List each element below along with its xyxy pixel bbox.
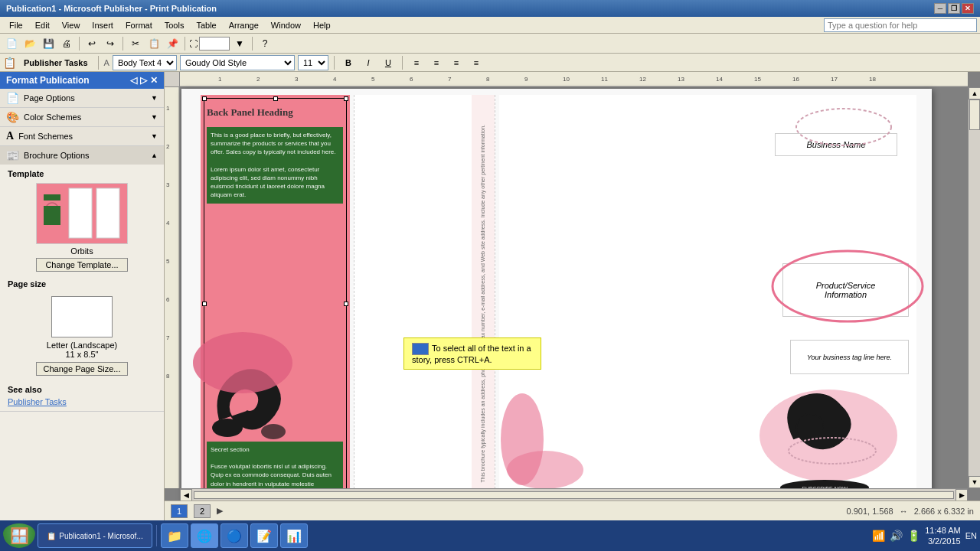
clock-display[interactable]: 11:48 AM 3/2/2015: [925, 525, 960, 547]
svg-rect-2: [96, 188, 119, 238]
underline-button[interactable]: U: [380, 55, 397, 70]
sidebar-title: Format Publication: [6, 75, 90, 86]
sep-align: [402, 56, 403, 70]
scroll-down-button[interactable]: ▼: [969, 476, 980, 488]
start-button[interactable]: 🪟: [3, 523, 35, 548]
change-template-button[interactable]: Change Template...: [36, 258, 128, 272]
save-button[interactable]: 💾: [40, 35, 57, 52]
taskbar-btn-chrome[interactable]: 🌐: [191, 523, 218, 548]
align-center-button[interactable]: ≡: [428, 55, 445, 70]
taskbar-btn-something[interactable]: 🔵: [220, 523, 248, 548]
sidebar: Format Publication ◁ ▷ ✕ 📄 Page Options …: [0, 72, 165, 520]
color-schemes-icon: 🎨: [6, 111, 19, 123]
tooltip-text: To select all of the text in a story, pr…: [412, 344, 531, 364]
svg-text:2: 2: [256, 76, 260, 83]
top-oval: [794, 106, 893, 148]
zoom-dropdown[interactable]: ▼: [231, 35, 248, 52]
print-button[interactable]: 🖨: [58, 35, 75, 52]
align-right-button[interactable]: ≡: [448, 55, 465, 70]
cut-button[interactable]: ✂: [127, 35, 144, 52]
sidebar-forward-icon[interactable]: ▷: [140, 75, 147, 86]
scroll-thumb-v[interactable]: [969, 99, 980, 130]
tooltip-icon: [412, 343, 429, 355]
menu-window[interactable]: Window: [265, 19, 307, 31]
font-size-select[interactable]: 11: [298, 55, 328, 70]
brochure-options-icon: 📰: [6, 149, 19, 161]
change-page-size-button[interactable]: Change Page Size...: [36, 362, 128, 376]
page-tab-2[interactable]: 2: [194, 504, 211, 518]
scroll-up-button[interactable]: ▲: [969, 87, 980, 99]
font-schemes-header[interactable]: A Font Schemes ▼: [0, 127, 164, 145]
taskbar-btn-excel[interactable]: 📊: [280, 523, 308, 548]
vertical-text-strip: This brochure typically includes an addr…: [472, 95, 495, 512]
restore-button[interactable]: ❐: [948, 3, 960, 14]
menu-arrange[interactable]: Arrange: [223, 19, 265, 31]
scroll-track-v: [969, 99, 980, 476]
tooltip-box: To select all of the text in a story, pr…: [403, 337, 541, 370]
large-oval-svg: [771, 248, 924, 324]
redo-button[interactable]: ↪: [102, 35, 119, 52]
green-text-box-1[interactable]: This is a good place to briefly, but eff…: [207, 127, 343, 204]
new-button[interactable]: 📄: [3, 35, 20, 52]
menu-format[interactable]: Format: [119, 19, 158, 31]
copy-button[interactable]: 📋: [145, 35, 162, 52]
sidebar-close-icon[interactable]: ✕: [150, 75, 158, 86]
brochure-options-header[interactable]: 📰 Brochure Options ▲: [0, 146, 164, 165]
page-dimensions: 11 x 8.5": [65, 350, 98, 359]
business-tagline-box[interactable]: Your business tag line here.: [790, 340, 909, 374]
italic-button[interactable]: I: [360, 55, 377, 70]
expand-pages-btn[interactable]: ▶: [217, 506, 223, 516]
taskbar-btn-ie[interactable]: 📋 Publication1 - Microsof...: [38, 523, 152, 548]
menu-edit[interactable]: Edit: [29, 19, 56, 31]
ruler-corner: [165, 72, 180, 87]
font-style-select[interactable]: Body Text 4: [113, 55, 177, 70]
page-options-header[interactable]: 📄 Page Options ▼: [0, 89, 164, 107]
minimize-button[interactable]: ─: [934, 3, 946, 14]
publisher-tasks-link[interactable]: Publisher Tasks: [8, 397, 156, 406]
color-schemes-chevron: ▼: [151, 113, 158, 121]
separator-3: [185, 37, 185, 51]
help-button[interactable]: ?: [256, 35, 273, 52]
menu-table[interactable]: Table: [190, 19, 222, 31]
separator-2: [122, 37, 123, 51]
canvas-area: 1 2 3 4 5 6 7 8 9 10 11 12 13 14 15 16 1…: [165, 72, 980, 520]
undo-button[interactable]: ↩: [83, 35, 100, 52]
taskbar-btn-word[interactable]: 📝: [250, 523, 278, 548]
menu-file[interactable]: File: [3, 19, 29, 31]
font-schemes-label: Font Schemes: [18, 132, 73, 141]
menu-insert[interactable]: Insert: [86, 19, 119, 31]
taskbar-btn-folder[interactable]: 📁: [161, 523, 188, 548]
brochure-options-content: Template Orbits Chan: [0, 165, 164, 411]
align-justify-button[interactable]: ≡: [468, 55, 485, 70]
paste-button[interactable]: 📌: [164, 35, 181, 52]
hscroll-right-button[interactable]: ▶: [956, 489, 968, 501]
handle-tr: [344, 96, 348, 101]
close-button[interactable]: ✕: [962, 3, 974, 14]
menu-tools[interactable]: Tools: [158, 19, 191, 31]
zoom-input[interactable]: 65%: [199, 37, 230, 51]
svg-text:4: 4: [333, 76, 337, 83]
open-button[interactable]: 📂: [21, 35, 38, 52]
menu-help[interactable]: Help: [307, 19, 337, 31]
svg-point-44: [507, 451, 583, 489]
sep-fmt: [334, 56, 335, 70]
lang-display: EN: [965, 531, 977, 540]
page-tab-1[interactable]: 1: [171, 504, 188, 518]
color-schemes-header[interactable]: 🎨 Color Schemes ▼: [0, 108, 164, 126]
page-options-icon: 📄: [6, 92, 19, 104]
bold-button[interactable]: B: [340, 55, 357, 70]
color-schemes-label: Color Schemes: [24, 112, 81, 122]
hscroll-left-button[interactable]: ◀: [180, 489, 192, 501]
svg-text:4: 4: [166, 220, 170, 227]
template-label: Template: [8, 169, 156, 178]
sidebar-back-icon[interactable]: ◁: [130, 75, 137, 86]
align-left-button[interactable]: ≡: [408, 55, 425, 70]
hscroll-thumb[interactable]: [194, 491, 954, 499]
svg-text:7: 7: [166, 334, 170, 341]
body-text-3: Secret section: [211, 445, 339, 454]
brochure-left-panel: Back Panel Heading This is: [201, 95, 350, 512]
taskbar-separator-1: [156, 525, 157, 546]
ask-question-input[interactable]: [824, 18, 977, 32]
font-name-select[interactable]: Goudy Old Style: [180, 55, 295, 70]
menu-view[interactable]: View: [56, 19, 87, 31]
